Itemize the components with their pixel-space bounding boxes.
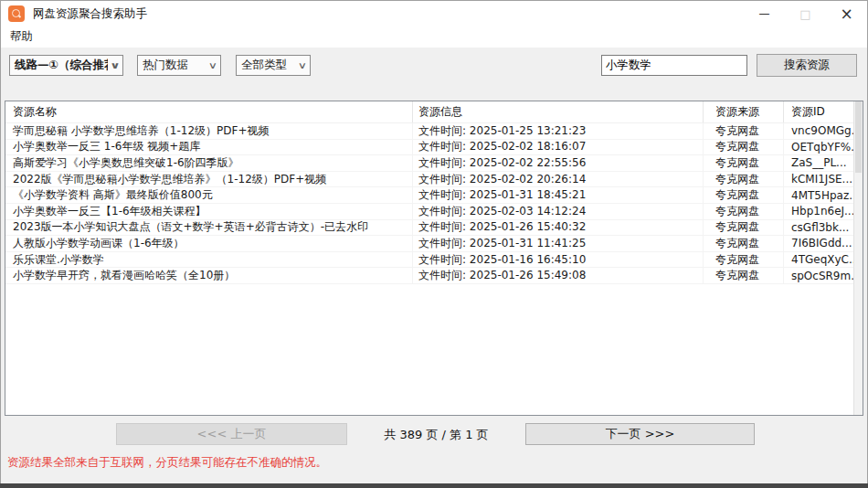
table-row[interactable]: 高斯爱学习《小学奥数思维突破1-6阶四季版》 文件时间: 2025-02-02 … [5, 155, 863, 172]
column-header-resource-source[interactable]: 资源来源 [704, 101, 784, 122]
cell-resource-name: 2023版一本小学知识大盘点（语文+数学+英语+必背古诗文）-已去水印 [5, 220, 413, 236]
search-button[interactable]: 搜索资源 [757, 54, 857, 77]
disclaimer-text: 资源结果全部来自于互联网，分页结果可能存在不准确的情况。 [7, 455, 327, 471]
cell-resource-info: 文件时间: 2025-02-02 18:16:07 [413, 140, 704, 155]
minimize-icon[interactable]: — [744, 1, 785, 27]
table-row[interactable]: 2022版《学而思秘籍小学数学思维培养》（1-12级）PDF+视频 文件时间: … [5, 172, 863, 188]
table-row[interactable]: 小学奥数举一反三【1-6年级相关课程】 文件时间: 2025-02-03 14:… [5, 204, 863, 220]
scrollbar-thumb[interactable] [855, 101, 862, 173]
close-icon[interactable]: × [826, 1, 867, 27]
window-bottom-edge [0, 483, 868, 488]
cell-resource-info: 文件时间: 2025-01-16 16:45:10 [413, 252, 704, 268]
table-row[interactable]: 小学奥数举一反三 1-6年级 视频+题库 文件时间: 2025-02-02 18… [5, 140, 863, 156]
cell-resource-source: 夸克网盘 [704, 204, 784, 219]
maximize-icon[interactable]: □ [785, 1, 826, 27]
search-input[interactable] [601, 55, 747, 76]
resource-type-select-value: 全部类型 [237, 58, 295, 73]
menu-item-help[interactable]: 帮助 [3, 27, 40, 47]
cell-resource-source: 夸克网盘 [704, 252, 784, 268]
cell-resource-id: csGfl3bk... [784, 220, 863, 236]
app-window: 网盘资源聚合搜索助手 — □ × 帮助 线路—①（综合推荐 ∨ 热门数据 ∨ 全… [0, 0, 868, 488]
page-info: 共 389 页 / 第 1 页 [347, 427, 525, 443]
next-page-button[interactable]: 下一页 >>> [525, 423, 755, 445]
column-header-resource-id[interactable]: 资源ID [784, 101, 863, 122]
window-controls: — □ × [744, 1, 867, 27]
cell-resource-source: 夸克网盘 [704, 220, 784, 236]
cell-resource-name: 乐乐课堂.小学数学 [5, 252, 413, 268]
cell-resource-source: 夸克网盘 [704, 155, 784, 171]
cell-resource-info: 文件时间: 2025-02-02 20:26:14 [413, 172, 704, 187]
cell-resource-name: 高斯爱学习《小学奥数思维突破1-6阶四季版》 [5, 155, 413, 171]
vertical-scrollbar[interactable] [853, 101, 863, 415]
chevron-down-icon: ∨ [203, 60, 223, 70]
line-select-value: 线路—①（综合推荐 [10, 58, 108, 73]
chevron-down-icon: ∨ [105, 60, 125, 70]
cell-resource-source: 夸克网盘 [704, 268, 784, 283]
cell-resource-id: vnc9OMGg... [784, 123, 863, 139]
table-row[interactable]: 乐乐课堂.小学数学 文件时间: 2025-01-16 16:45:10 夸克网盘… [5, 252, 863, 269]
cell-resource-info: 文件时间: 2025-02-02 22:55:56 [413, 155, 704, 171]
cell-resource-name: 《小学数学资料 高斯》最终版价值800元 [5, 187, 413, 203]
cell-resource-id: 4MT5Hpaz... [784, 187, 863, 203]
table-row[interactable]: 小学数学早开窍，就看漫画哈哈笑（全10册） 文件时间: 2025-01-26 1… [5, 268, 863, 284]
table-row[interactable]: 人教版小学数学动画课（1-6年级） 文件时间: 2025-01-31 11:41… [5, 236, 863, 252]
cell-resource-info: 文件时间: 2025-01-25 13:21:23 [413, 123, 704, 139]
data-type-select-value: 热门数据 [138, 58, 206, 73]
cell-resource-name: 小学奥数举一反三【1-6年级相关课程】 [5, 204, 413, 219]
magnifier-handle [18, 15, 21, 17]
title-bar: 网盘资源聚合搜索助手 — □ × [1, 1, 867, 27]
table-row[interactable]: 学而思秘籍 小学数学思维培养（1-12级）PDF+视频 文件时间: 2025-0… [5, 123, 863, 140]
cell-resource-name: 2022版《学而思秘籍小学数学思维培养》（1-12级）PDF+视频 [5, 172, 413, 187]
results-table: 资源名称 资源信息 资源来源 资源ID 学而思秘籍 小学数学思维培养（1-12级… [5, 101, 863, 416]
cell-resource-info: 文件时间: 2025-01-31 11:41:25 [413, 236, 704, 251]
cell-resource-id: 7I6BIGdd... [784, 236, 863, 251]
cell-resource-source: 夸克网盘 [704, 187, 784, 203]
menu-bar: 帮助 [1, 27, 867, 48]
table-row[interactable]: 《小学数学资料 高斯》最终版价值800元 文件时间: 2025-01-31 18… [5, 187, 863, 204]
cell-resource-source: 夸克网盘 [704, 123, 784, 139]
cell-resource-id: ZaS__PL... [784, 155, 863, 171]
cell-resource-source: 夸克网盘 [704, 236, 784, 251]
window-title: 网盘资源聚合搜索助手 [33, 6, 147, 22]
table-header-row: 资源名称 资源信息 资源来源 资源ID [5, 101, 863, 123]
cell-resource-name: 学而思秘籍 小学数学思维培养（1-12级）PDF+视频 [5, 123, 413, 139]
cell-resource-id: OETqbYF%... [784, 140, 863, 155]
resource-type-select[interactable]: 全部类型 ∨ [236, 55, 311, 76]
cell-resource-source: 夸克网盘 [704, 140, 784, 155]
chevron-down-icon: ∨ [292, 60, 312, 70]
cell-resource-name: 人教版小学数学动画课（1-6年级） [5, 236, 413, 251]
column-header-resource-name[interactable]: 资源名称 [5, 101, 413, 122]
cell-resource-info: 文件时间: 2025-01-26 15:49:08 [413, 268, 704, 283]
data-type-select[interactable]: 热门数据 ∨ [137, 55, 221, 76]
cell-resource-id: 4TGeqXyC... [784, 252, 863, 268]
cell-resource-id: Hbp1n6eJ... [784, 204, 863, 219]
cell-resource-info: 文件时间: 2025-01-26 15:40:32 [413, 220, 704, 236]
cell-resource-info: 文件时间: 2025-01-31 18:45:21 [413, 187, 704, 203]
table-row[interactable]: 2023版一本小学知识大盘点（语文+数学+英语+必背古诗文）-已去水印 文件时间… [5, 220, 863, 237]
cell-resource-source: 夸克网盘 [704, 172, 784, 187]
prev-page-button[interactable]: <<< 上一页 [116, 423, 347, 445]
cell-resource-id: spOcSR9m... [784, 268, 863, 283]
column-header-resource-info[interactable]: 资源信息 [413, 101, 704, 122]
cell-resource-info: 文件时间: 2025-02-03 14:12:24 [413, 204, 704, 219]
cell-resource-name: 小学数学早开窍，就看漫画哈哈笑（全10册） [5, 268, 413, 283]
cell-resource-id: kCMI1JSE... [784, 172, 863, 187]
app-logo-search-icon [8, 5, 25, 22]
line-select[interactable]: 线路—①（综合推荐 ∨ [9, 55, 123, 76]
cell-resource-name: 小学奥数举一反三 1-6年级 视频+题库 [5, 140, 413, 155]
